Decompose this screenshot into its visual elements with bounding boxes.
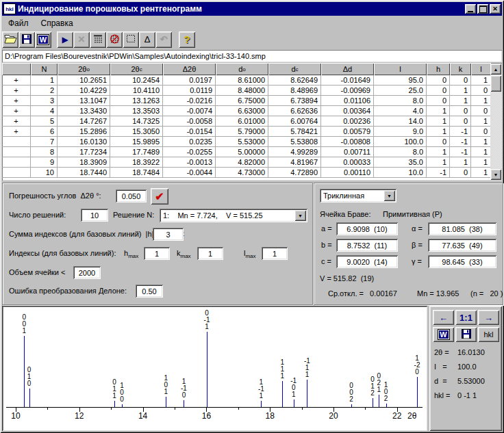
table-row[interactable]: +110.265110.24540.01978.610008.62649-0.0…	[2, 75, 502, 86]
table-row[interactable]: 817.723417.7489-0.02555.000004.992890.00…	[2, 147, 502, 157]
column-header[interactable]: I	[374, 63, 427, 75]
table-row[interactable]: +514.726714.7325-0.00586.010006.007640.0…	[2, 116, 502, 127]
solutions-count-label: Число решений:	[9, 209, 66, 222]
crystal-system-select[interactable]: Триклинная ▼	[320, 189, 396, 202]
apply-button[interactable]: ✔	[151, 188, 168, 205]
diffraction-peak[interactable]	[351, 404, 352, 407]
kmax-input[interactable]: 1	[197, 247, 223, 260]
diffraction-peak[interactable]	[307, 380, 307, 407]
table-cell: 6.73894	[268, 96, 321, 106]
scroll-up-button[interactable]: ▲	[490, 64, 501, 75]
angle-alpha-input[interactable]: 81.085 (38)	[428, 222, 496, 235]
table-scrollbar[interactable]: ▲ ▼	[490, 64, 501, 180]
cell-c-input[interactable]: 9.0020 (14)	[336, 255, 398, 268]
arrow-down-icon: ▼	[494, 172, 499, 177]
run-indexing-button[interactable]: ▶	[57, 31, 73, 48]
delone-error-input[interactable]: 0.50	[136, 285, 163, 298]
toolbar: W▶✕Δ↶?	[2, 29, 502, 49]
table-cell: 0.00711	[321, 147, 374, 157]
solutions-count-input[interactable]: 10	[81, 209, 108, 222]
maximize-icon	[479, 5, 487, 13]
table-cell: 6.01000	[216, 116, 268, 127]
lmax-input[interactable]: 1	[262, 247, 288, 260]
scrollbar-thumb[interactable]	[490, 75, 501, 92]
table-cell: 8.61000	[216, 75, 268, 86]
diffraction-peak[interactable]	[282, 381, 283, 408]
exclude-lines-button[interactable]	[106, 31, 123, 48]
table-row[interactable]: 1018.744018.7484-0.00444.730004.728900.0…	[2, 168, 502, 178]
diffraction-peak[interactable]	[184, 400, 184, 407]
column-header[interactable]: N	[31, 63, 58, 75]
column-header[interactable]: Δ2θ	[163, 63, 216, 75]
word-export-chart-button[interactable]: W	[433, 327, 454, 342]
scroll-left-button[interactable]: ←	[433, 310, 454, 325]
column-header[interactable]	[2, 63, 31, 75]
help-button[interactable]: ?	[179, 31, 195, 48]
hmax-input[interactable]: 1	[144, 247, 170, 260]
scroll-down-button[interactable]: ▼	[490, 169, 501, 180]
chevron-down-icon[interactable]: ▼	[383, 190, 395, 201]
minimize-button[interactable]	[465, 4, 476, 14]
diffraction-peak[interactable]	[294, 399, 294, 407]
zoom-1-1-button[interactable]: 1:1	[455, 310, 477, 325]
cell-volume-input[interactable]: 2000	[73, 266, 101, 279]
solution-select[interactable]: 1: Mn = 7.724, V = 515.25 ▼	[160, 209, 307, 222]
indexing-parameters-panel: Погрешность углов Δ2θ °: 0.050 ✔ Число р…	[2, 183, 313, 305]
table-cell: 4	[31, 106, 58, 116]
diffraction-peak[interactable]	[166, 397, 166, 407]
angle-gamma-input[interactable]: 98.645 (33)	[428, 255, 496, 268]
close-button[interactable]: ✕	[490, 4, 501, 14]
column-header[interactable]: do	[216, 63, 268, 75]
diffraction-peak[interactable]	[207, 332, 207, 407]
table-row[interactable]: +615.289615.3050-0.01545.790005.784210.0…	[2, 127, 502, 137]
save-button[interactable]	[18, 31, 35, 48]
table-cell: -0.0044	[163, 168, 216, 178]
diffraction-peak[interactable]	[417, 377, 418, 407]
table-row[interactable]: +413.343013.3503-0.00746.630006.626360.0…	[2, 106, 502, 116]
word-export-button[interactable]: W	[35, 31, 51, 48]
table-cell: 1	[471, 137, 491, 147]
table-cell: 10.0	[374, 168, 427, 178]
app-icon[interactable]: hkl	[3, 3, 16, 14]
x-axis-minor-tick	[111, 407, 112, 410]
diffraction-peak[interactable]	[261, 401, 262, 407]
scroll-right-button[interactable]: →	[478, 310, 499, 325]
column-header[interactable]: 2θc	[110, 63, 163, 75]
menu-item-help[interactable]: Справка	[35, 17, 79, 29]
table-row[interactable]: +210.422910.41100.01198.480008.48969-0.0…	[2, 86, 502, 96]
save-chart-button[interactable]	[455, 327, 477, 342]
chevron-down-icon[interactable]: ▼	[294, 210, 306, 221]
table-button[interactable]	[90, 31, 106, 48]
menu-item-file[interactable]: Файл	[2, 17, 35, 29]
table-cell: 1	[450, 96, 471, 106]
angle-error-input[interactable]: 0.050	[116, 189, 147, 202]
index-sum-input[interactable]: 3	[153, 228, 184, 241]
delaunay-button[interactable]: Δ	[139, 31, 155, 48]
table-row[interactable]: 716.013015.98950.02355.530005.53808-0.00…	[2, 137, 502, 147]
open-file-button[interactable]	[2, 31, 18, 48]
table-row[interactable]: +313.104713.1263-0.02166.750006.738940.0…	[2, 96, 502, 106]
cell-a-input[interactable]: 6.9098 (10)	[336, 222, 398, 235]
kmax-label: kmax	[177, 247, 191, 260]
column-header[interactable]: l	[471, 63, 491, 75]
diffraction-peak[interactable]	[122, 404, 123, 407]
column-header[interactable]: dc	[268, 63, 321, 75]
diffraction-peak[interactable]	[373, 398, 373, 407]
cell-c-label: c =	[321, 255, 331, 268]
table-row[interactable]: 918.390918.3922-0.00134.820004.819670.00…	[2, 157, 502, 168]
maximize-button[interactable]	[477, 4, 488, 14]
angle-beta-input[interactable]: 77.635 (49)	[428, 239, 496, 252]
column-header[interactable]: Δd	[321, 63, 374, 75]
column-header[interactable]: h	[427, 63, 450, 75]
diffraction-peak[interactable]	[29, 389, 30, 408]
table-cell: -1	[450, 127, 471, 137]
grid-button[interactable]	[123, 31, 139, 48]
column-header[interactable]: k	[450, 63, 471, 75]
x-axis	[6, 407, 423, 408]
hkl-toggle-button[interactable]: hkl	[478, 327, 499, 342]
cell-b-input[interactable]: 8.7532 (11)	[336, 239, 398, 252]
table-cell: -0.00969	[321, 86, 374, 96]
column-header[interactable]: 2θo	[58, 63, 110, 75]
x-axis-minor-tick	[302, 407, 303, 410]
diffraction-peak[interactable]	[386, 404, 387, 408]
